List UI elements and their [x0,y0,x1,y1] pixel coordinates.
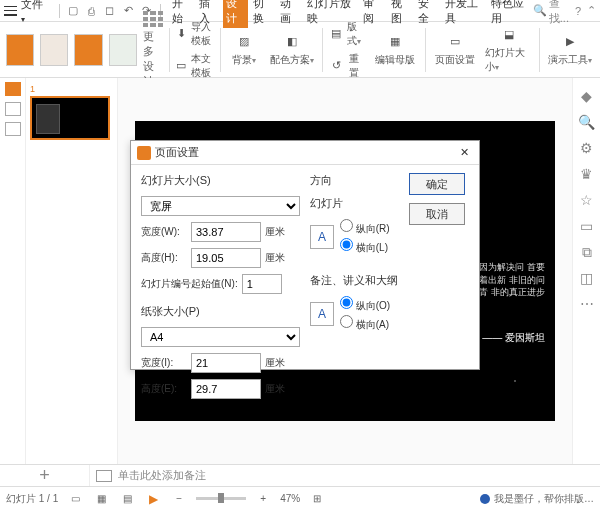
zoom-slider[interactable] [196,497,246,500]
grid-view-icon[interactable] [5,122,21,136]
undo-icon[interactable]: ↶ [121,3,135,19]
reset-button[interactable]: ↺重置 [329,52,365,80]
search-icon: 🔍 [533,4,547,17]
tab-view[interactable]: 视图 [388,0,413,28]
slide-number: 1 [30,84,113,94]
folder-icon[interactable]: ▭ [579,218,595,234]
outline-view-icon[interactable] [5,82,21,96]
master-icon: ▦ [385,33,405,51]
width-input[interactable] [191,222,261,242]
notes-bar: + 单击此处添加备注 [0,464,600,486]
user-avatar-icon[interactable] [480,494,490,504]
search-panel-icon[interactable]: 🔍 [579,114,595,130]
assets-icon[interactable]: ◫ [579,270,595,286]
slideshow-icon[interactable]: ▶ [144,491,162,507]
star-icon[interactable]: ☆ [579,192,595,208]
thumbnail-pane: 1 [26,78,118,464]
zoom-in-icon[interactable]: + [254,491,272,507]
more-designs-button[interactable]: 更多设计 [143,11,163,89]
tab-transition[interactable]: 切换 [250,0,275,28]
ribbon: 更多设计 ⬇导入模板 ▭本文模板 ▨背景▾ ◧配色方案▾ ▤版式▾ ↺重置 ▦编… [0,22,600,78]
fit-icon[interactable]: ⊞ [308,491,326,507]
template-thumb-4[interactable] [109,34,137,66]
ok-button[interactable]: 确定 [409,173,465,195]
reading-view-icon[interactable]: ▤ [118,491,136,507]
background-button[interactable]: ▨背景▾ [226,33,262,67]
pin-icon[interactable]: ◆ [579,88,595,104]
dialog-titlebar[interactable]: 页面设置 ✕ [131,141,479,165]
palette-icon: ◧ [282,33,302,51]
close-icon[interactable]: ✕ [455,146,473,159]
slide-size-select[interactable]: 宽屏 [141,196,300,216]
import-icon: ⬇ [175,25,186,43]
add-slide-button[interactable]: + [0,465,90,486]
present-tools-button[interactable]: ▶演示工具▾ [546,33,594,67]
slide-thumbnail-1[interactable] [30,96,110,140]
portrait-o-radio[interactable]: 纵向(O) [340,296,390,313]
width2-label: 宽度(I): [141,356,187,370]
thumbnail-image [36,104,60,134]
numbering-input[interactable] [242,274,282,294]
print-icon[interactable]: ⎙ [84,3,98,19]
more-icon[interactable]: ⋯ [579,296,595,312]
tab-security[interactable]: 安全 [415,0,440,28]
width2-input[interactable] [191,353,261,373]
slide-position: 幻灯片 1 / 1 [6,492,58,506]
height2-input[interactable] [191,379,261,399]
template-icon: ▭ [175,57,186,75]
slide-author-text: —— 爱因斯坦 [482,331,545,345]
app-logo-icon [137,146,151,160]
dialog-title: 页面设置 [155,145,199,160]
color-scheme-button[interactable]: ◧配色方案▾ [268,33,316,67]
slides-sublabel: 幻灯片 [310,196,399,211]
this-template-button[interactable]: ▭本文模板 [175,52,213,80]
import-template-button[interactable]: ⬇导入模板 [175,20,213,48]
notes-icon [96,470,112,482]
help-icon[interactable]: ? [575,5,581,17]
gear-icon[interactable]: ⚙ [579,140,595,156]
file-menu[interactable]: 文件 ▾ [21,0,47,24]
format-button[interactable]: ▤版式▾ [329,20,365,48]
notes-placeholder[interactable]: 单击此处添加备注 [118,468,206,483]
template-thumb-3[interactable] [74,34,102,66]
preview-icon[interactable]: ◻ [102,3,116,19]
format-icon: ▤ [329,25,344,43]
template-thumb-1[interactable] [6,34,34,66]
list-view-icon[interactable] [5,102,21,116]
normal-view-icon[interactable]: ▭ [66,491,84,507]
landscape-l-radio[interactable]: 横向(L) [340,238,390,255]
crown-icon[interactable]: ♛ [579,166,595,182]
portrait-r-radio[interactable]: 纵向(R) [340,219,390,236]
collapse-icon[interactable]: ⌃ [587,4,596,17]
slide-size-button[interactable]: ⬓幻灯片大小▾ [485,26,533,74]
tab-design[interactable]: 设计 [223,0,248,28]
tab-animation[interactable]: 动画 [277,0,302,28]
tab-special[interactable]: 特色应用 [488,0,532,28]
zoom-out-icon[interactable]: − [170,491,188,507]
zoom-level[interactable]: 47% [280,493,300,504]
page-setup-icon: ▭ [445,33,465,51]
search-box[interactable]: 🔍 查找... ? ⌃ [533,0,596,26]
save-icon[interactable]: ▢ [66,3,80,19]
background-icon: ▨ [234,33,254,51]
cancel-button[interactable]: 取消 [409,203,465,225]
slide-size-icon: ⬓ [499,26,519,44]
user-status[interactable]: 我是墨仔，帮你排版… [494,492,594,506]
edit-master-button[interactable]: ▦编辑母版 [371,33,419,67]
sorter-view-icon[interactable]: ▦ [92,491,110,507]
template-thumb-2[interactable] [40,34,68,66]
page-setup-button[interactable]: ▭页面设置 [431,33,479,67]
present-icon: ▶ [560,33,580,51]
paper-size-label: 纸张大小(P) [141,304,300,319]
notes-sublabel: 备注、讲义和大纲 [310,273,399,288]
orientation-preview-1: A [310,225,334,249]
height-input[interactable] [191,248,261,268]
landscape-a-radio[interactable]: 横向(A) [340,315,390,332]
page-setup-dialog: 页面设置 ✕ 幻灯片大小(S) 宽屏 宽度(W): 厘米 高度(H): 厘米 幻… [130,140,480,370]
link-icon[interactable]: ⧉ [579,244,595,260]
hamburger-icon[interactable] [4,6,17,16]
tab-dev[interactable]: 开发工具 [442,0,486,28]
orientation-label: 方向 [310,173,399,188]
paper-size-select[interactable]: A4 [141,327,300,347]
left-rail [0,78,26,464]
